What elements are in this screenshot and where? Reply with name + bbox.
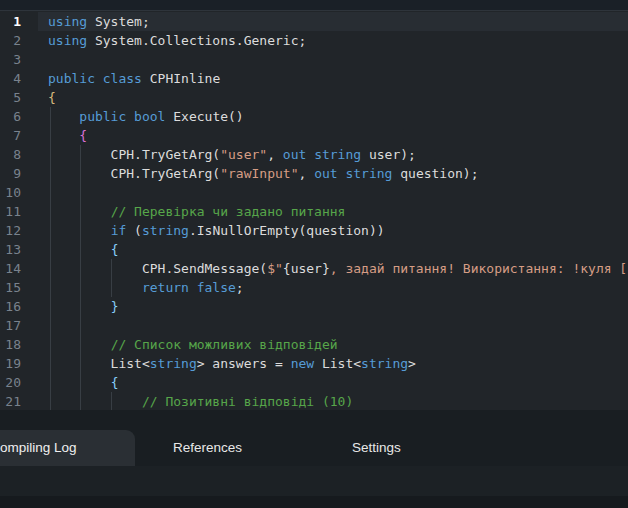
code-line-text: // Перевірка чи задано питання [38,202,628,221]
line-number: 6 [0,107,38,126]
line-number: 10 [0,183,38,202]
tab-references[interactable]: References [173,430,242,466]
code-line: 14 CPH.SendMessage($"{user}, задай питан… [0,259,628,278]
code-line-text: public class CPHInline [38,69,628,88]
code-line: 5{ [0,88,628,107]
code-line: 6 public bool Execute() [0,107,628,126]
code-line: 10 [0,183,628,202]
line-number: 14 [0,259,38,278]
line-number: 9 [0,164,38,183]
code-line-text: using System; [38,12,628,31]
code-line: 4public class CPHInline [0,69,628,88]
code-line-text: using System.Collections.Generic; [38,31,628,50]
code-line-text: { [38,373,628,392]
code-line-text: CPH.TryGetArg("rawInput", out string que… [38,164,628,183]
line-number: 13 [0,240,38,259]
tab-compiling-log-label: ompiling Log [0,440,77,455]
indent-guide [111,259,112,297]
window-top-edge [0,0,628,11]
line-number: 8 [0,145,38,164]
code-line-text: List<string> answers = new List<string> [38,354,628,373]
line-number: 16 [0,297,38,316]
line-number: 18 [0,335,38,354]
line-number: 15 [0,278,38,297]
window-bottom-edge [0,496,628,508]
code-line: 2using System.Collections.Generic; [0,31,628,50]
line-number: 11 [0,202,38,221]
code-line-text: CPH.SendMessage($"{user}, задай питання!… [38,259,628,278]
code-line-text: // Позитивні відповіді (10) [38,392,628,410]
code-line-text [38,183,628,202]
indent-guide [50,107,51,410]
tab-settings-label: Settings [352,440,401,455]
code-line: 12 if (string.IsNullOrEmpty(question)) [0,221,628,240]
code-line: 17 [0,316,628,335]
code-line-text: CPH.TryGetArg("user", out string user); [38,145,628,164]
code-line-text: return false; [38,278,628,297]
code-line-text: { [38,88,628,107]
code-line-text: { [38,240,628,259]
code-line: 20 { [0,373,628,392]
line-number: 17 [0,316,38,335]
code-line-text [38,316,628,335]
code-line: 3 [0,50,628,69]
line-number: 3 [0,50,38,69]
line-number: 4 [0,69,38,88]
line-number: 7 [0,126,38,145]
code-line: 15 return false; [0,278,628,297]
code-line-text: { [38,126,628,145]
code-line: 7 { [0,126,628,145]
line-number: 12 [0,221,38,240]
code-line: 8 CPH.TryGetArg("user", out string user)… [0,145,628,164]
code-line: 13 { [0,240,628,259]
code-line: 21 // Позитивні відповіді (10) [0,392,628,410]
code-editor[interactable]: 1using System;2using System.Collections.… [0,11,628,410]
tab-compiling-log[interactable]: ompiling Log [0,430,135,466]
code-line-text [38,50,628,69]
indent-guide [111,392,112,410]
tab-references-label: References [173,440,242,455]
code-line: 18 // Список можливих відповідей [0,335,628,354]
code-line-text: // Список можливих відповідей [38,335,628,354]
tab-settings[interactable]: Settings [352,430,401,466]
code-line-text: if (string.IsNullOrEmpty(question)) [38,221,628,240]
code-line: 16 } [0,297,628,316]
line-number: 2 [0,31,38,50]
line-number: 5 [0,88,38,107]
code-line-text: } [38,297,628,316]
line-number: 19 [0,354,38,373]
panel-tab-bar: ompiling Log References Settings [0,410,628,466]
code-editor-window: 1using System;2using System.Collections.… [0,0,628,508]
code-line: 11 // Перевірка чи задано питання [0,202,628,221]
line-number: 21 [0,392,38,410]
line-number: 1 [0,12,38,31]
code-line: 1using System; [0,12,628,31]
line-number: 20 [0,373,38,392]
code-line: 19 List<string> answers = new List<strin… [0,354,628,373]
code-line: 9 CPH.TryGetArg("rawInput", out string q… [0,164,628,183]
code-line-text: public bool Execute() [38,107,628,126]
indent-guide [80,145,81,410]
